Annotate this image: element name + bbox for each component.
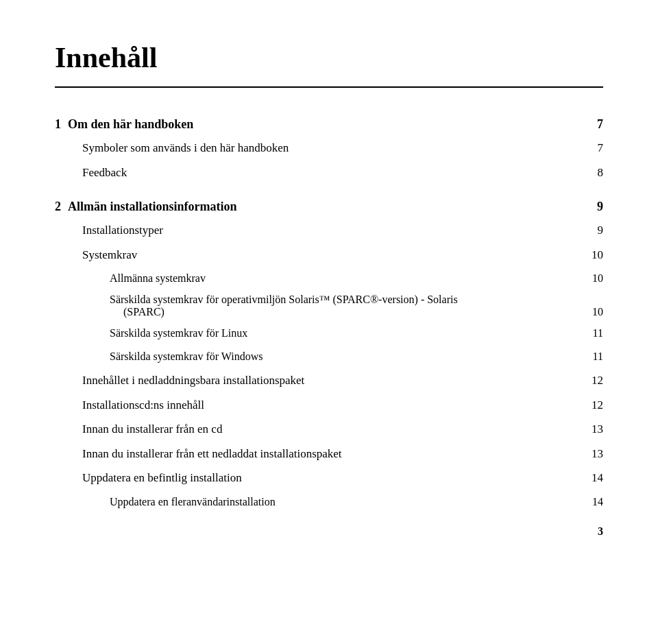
toc-entry-1-1: Symboler som används i den här handboken…	[55, 139, 603, 157]
toc-entry-2-2-3: Särskilda systemkrav för Linux 11	[55, 325, 603, 342]
toc-entry-2-7: Uppdatera en befintlig installation 14	[55, 469, 603, 487]
toc-entry-2-1: Installationstyper 9	[55, 222, 603, 239]
entry-text: Särskilda systemkrav för Linux	[110, 325, 585, 342]
entry-text: Uppdatera en befintlig installation	[82, 469, 583, 487]
toc-entry-2-2-4: Särskilda systemkrav för Windows 11	[55, 348, 603, 365]
entry-text: Innehållet i nedladdningsbara installati…	[82, 372, 583, 390]
toc-entry-2-2-1: Allmänna systemkrav 10	[55, 270, 603, 287]
page: Innehåll 1 Om den här handboken 7 Symbol…	[0, 0, 658, 558]
entry-page: 12	[592, 396, 603, 414]
entry-text: Uppdatera en fleranvändarinstallation	[110, 494, 584, 510]
entry-number: 1	[55, 115, 61, 134]
page-title: Innehåll	[55, 41, 603, 74]
entry-page: 12	[592, 372, 603, 390]
entry-text: Innan du installerar från en cd	[82, 420, 583, 438]
entry-text: Feedback	[82, 164, 589, 182]
entry-text: Systemkrav	[82, 246, 583, 264]
entry-text: Allmän installationsinformation	[68, 198, 589, 216]
toc-entry-2: 2 Allmän installationsinformation 9	[55, 198, 603, 216]
entry-page: 9	[597, 198, 603, 216]
entry-page: 11	[593, 348, 603, 365]
entry-number: 2	[55, 198, 61, 216]
entry-page: 14	[592, 494, 603, 510]
entry-page: 14	[592, 469, 603, 487]
entry-page: 9	[598, 222, 604, 239]
entry-text: Innan du installerar från ett nedladdat …	[82, 445, 583, 463]
entry-page: 10	[592, 270, 603, 287]
entry-line: Särskilda systemkrav för operativmiljön …	[110, 294, 603, 306]
entry-page: 11	[593, 325, 603, 342]
entry-text-cont: (SPARC)	[110, 306, 584, 318]
title-divider	[55, 86, 603, 88]
entry-page: 7	[597, 115, 603, 134]
entry-page: 8	[598, 164, 604, 182]
toc-entry-2-7-1: Uppdatera en fleranvändarinstallation 14	[55, 494, 603, 510]
entry-text: Installationstyper	[82, 222, 589, 239]
page-number: 3	[598, 525, 603, 538]
entry-page: 10	[592, 306, 603, 318]
entry-text: Om den här handboken	[68, 115, 589, 134]
toc-entry-2-4: Installationscd:ns innehåll 12	[55, 396, 603, 414]
toc-entry-2-2: Systemkrav 10	[55, 246, 603, 264]
toc-entry-2-6: Innan du installerar från ett nedladdat …	[55, 445, 603, 463]
toc-entry-1: 1 Om den här handboken 7	[55, 115, 603, 134]
entry-page: 13	[592, 420, 603, 438]
entry-text: Allmänna systemkrav	[110, 270, 584, 287]
entry-text: Särskilda systemkrav för Windows	[110, 348, 585, 365]
entry-page: 10	[592, 246, 603, 264]
entry-text: Symboler som används i den här handboken	[82, 139, 589, 157]
toc-entry-2-2-2: Särskilda systemkrav för operativmiljön …	[55, 294, 603, 318]
entry-text: Särskilda systemkrav för operativmiljön …	[110, 294, 595, 306]
entry-page: 13	[592, 445, 603, 463]
entry-text: Installationscd:ns innehåll	[82, 396, 583, 414]
toc-entry-2-5: Innan du installerar från en cd 13	[55, 420, 603, 438]
toc-entry-2-3: Innehållet i nedladdningsbara installati…	[55, 372, 603, 390]
entry-continuation: (SPARC) 10	[110, 306, 603, 318]
entry-page: 7	[598, 139, 604, 157]
toc-entry-1-2: Feedback 8	[55, 164, 603, 182]
